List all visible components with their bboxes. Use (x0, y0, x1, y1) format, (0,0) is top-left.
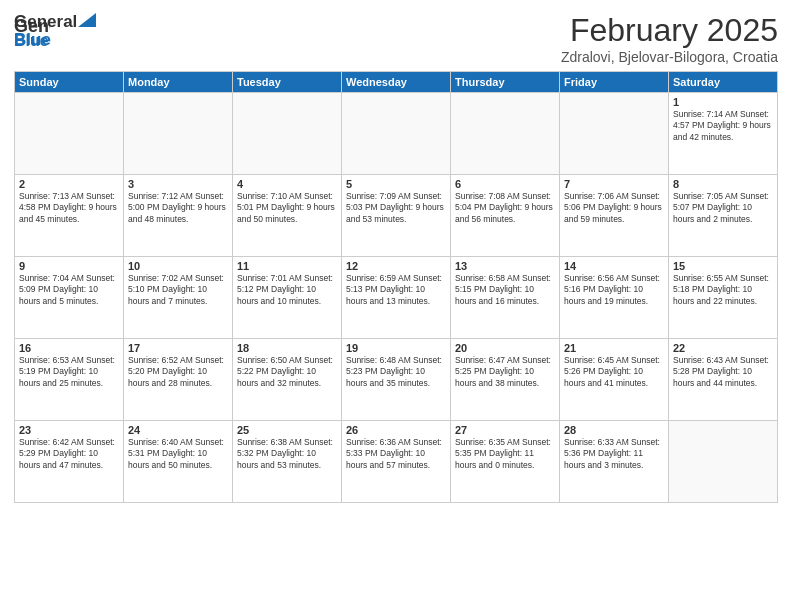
day-number: 23 (19, 424, 119, 436)
day-number: 20 (455, 342, 555, 354)
day-number: 5 (346, 178, 446, 190)
calendar-cell: 21Sunrise: 6:45 AM Sunset: 5:26 PM Dayli… (560, 339, 669, 421)
calendar-cell: 9Sunrise: 7:04 AM Sunset: 5:09 PM Daylig… (15, 257, 124, 339)
day-number: 3 (128, 178, 228, 190)
calendar-cell: 22Sunrise: 6:43 AM Sunset: 5:28 PM Dayli… (669, 339, 778, 421)
calendar-cell: 13Sunrise: 6:58 AM Sunset: 5:15 PM Dayli… (451, 257, 560, 339)
day-info: Sunrise: 7:10 AM Sunset: 5:01 PM Dayligh… (237, 191, 337, 225)
day-info: Sunrise: 6:59 AM Sunset: 5:13 PM Dayligh… (346, 273, 446, 307)
day-number: 1 (673, 96, 773, 108)
calendar-cell: 25Sunrise: 6:38 AM Sunset: 5:32 PM Dayli… (233, 421, 342, 503)
calendar-cell: 5Sunrise: 7:09 AM Sunset: 5:03 PM Daylig… (342, 175, 451, 257)
week-row-2: 9Sunrise: 7:04 AM Sunset: 5:09 PM Daylig… (15, 257, 778, 339)
logo-blue: Blue (14, 30, 51, 50)
calendar-cell: 7Sunrise: 7:06 AM Sunset: 5:06 PM Daylig… (560, 175, 669, 257)
calendar-cell: 3Sunrise: 7:12 AM Sunset: 5:00 PM Daylig… (124, 175, 233, 257)
day-info: Sunrise: 7:01 AM Sunset: 5:12 PM Dayligh… (237, 273, 337, 307)
day-info: Sunrise: 7:14 AM Sunset: 4:57 PM Dayligh… (673, 109, 773, 143)
day-info: Sunrise: 6:33 AM Sunset: 5:36 PM Dayligh… (564, 437, 664, 471)
header: General Blue General Blue (14, 12, 778, 65)
calendar-cell: 19Sunrise: 6:48 AM Sunset: 5:23 PM Dayli… (342, 339, 451, 421)
weekday-header-wednesday: Wednesday (342, 72, 451, 93)
day-info: Sunrise: 7:04 AM Sunset: 5:09 PM Dayligh… (19, 273, 119, 307)
calendar-table: SundayMondayTuesdayWednesdayThursdayFrid… (14, 71, 778, 503)
day-number: 4 (237, 178, 337, 190)
calendar-cell: 12Sunrise: 6:59 AM Sunset: 5:13 PM Dayli… (342, 257, 451, 339)
calendar-cell: 20Sunrise: 6:47 AM Sunset: 5:25 PM Dayli… (451, 339, 560, 421)
day-number: 24 (128, 424, 228, 436)
calendar-cell: 15Sunrise: 6:55 AM Sunset: 5:18 PM Dayli… (669, 257, 778, 339)
calendar-cell: 18Sunrise: 6:50 AM Sunset: 5:22 PM Dayli… (233, 339, 342, 421)
day-info: Sunrise: 6:35 AM Sunset: 5:35 PM Dayligh… (455, 437, 555, 471)
calendar-cell: 28Sunrise: 6:33 AM Sunset: 5:36 PM Dayli… (560, 421, 669, 503)
calendar-cell: 14Sunrise: 6:56 AM Sunset: 5:16 PM Dayli… (560, 257, 669, 339)
day-info: Sunrise: 6:42 AM Sunset: 5:29 PM Dayligh… (19, 437, 119, 471)
weekday-header-monday: Monday (124, 72, 233, 93)
day-number: 18 (237, 342, 337, 354)
day-info: Sunrise: 7:09 AM Sunset: 5:03 PM Dayligh… (346, 191, 446, 225)
weekday-header-thursday: Thursday (451, 72, 560, 93)
day-info: Sunrise: 7:02 AM Sunset: 5:10 PM Dayligh… (128, 273, 228, 307)
day-number: 17 (128, 342, 228, 354)
day-info: Sunrise: 6:47 AM Sunset: 5:25 PM Dayligh… (455, 355, 555, 389)
day-number: 7 (564, 178, 664, 190)
logo-general: General (14, 12, 77, 32)
week-row-1: 2Sunrise: 7:13 AM Sunset: 4:58 PM Daylig… (15, 175, 778, 257)
week-row-4: 23Sunrise: 6:42 AM Sunset: 5:29 PM Dayli… (15, 421, 778, 503)
logo-triangle (78, 13, 96, 27)
month-title: February 2025 (561, 12, 778, 49)
calendar-cell: 17Sunrise: 6:52 AM Sunset: 5:20 PM Dayli… (124, 339, 233, 421)
day-info: Sunrise: 7:06 AM Sunset: 5:06 PM Dayligh… (564, 191, 664, 225)
logo: General Blue General Blue (14, 12, 96, 50)
day-number: 6 (455, 178, 555, 190)
calendar-cell (560, 93, 669, 175)
day-number: 22 (673, 342, 773, 354)
calendar-cell (15, 93, 124, 175)
day-number: 2 (19, 178, 119, 190)
calendar-cell (669, 421, 778, 503)
day-info: Sunrise: 6:40 AM Sunset: 5:31 PM Dayligh… (128, 437, 228, 471)
calendar-cell (342, 93, 451, 175)
calendar-cell (124, 93, 233, 175)
day-info: Sunrise: 6:52 AM Sunset: 5:20 PM Dayligh… (128, 355, 228, 389)
calendar-cell: 1Sunrise: 7:14 AM Sunset: 4:57 PM Daylig… (669, 93, 778, 175)
day-info: Sunrise: 6:43 AM Sunset: 5:28 PM Dayligh… (673, 355, 773, 389)
day-number: 26 (346, 424, 446, 436)
day-number: 16 (19, 342, 119, 354)
day-info: Sunrise: 6:48 AM Sunset: 5:23 PM Dayligh… (346, 355, 446, 389)
location-title: Zdralovi, Bjelovar-Bilogora, Croatia (561, 49, 778, 65)
day-info: Sunrise: 6:38 AM Sunset: 5:32 PM Dayligh… (237, 437, 337, 471)
day-info: Sunrise: 6:55 AM Sunset: 5:18 PM Dayligh… (673, 273, 773, 307)
day-info: Sunrise: 7:05 AM Sunset: 5:07 PM Dayligh… (673, 191, 773, 225)
calendar-cell (233, 93, 342, 175)
weekday-header-sunday: Sunday (15, 72, 124, 93)
calendar-cell: 10Sunrise: 7:02 AM Sunset: 5:10 PM Dayli… (124, 257, 233, 339)
calendar-cell: 27Sunrise: 6:35 AM Sunset: 5:35 PM Dayli… (451, 421, 560, 503)
day-info: Sunrise: 6:45 AM Sunset: 5:26 PM Dayligh… (564, 355, 664, 389)
day-number: 8 (673, 178, 773, 190)
day-info: Sunrise: 6:58 AM Sunset: 5:15 PM Dayligh… (455, 273, 555, 307)
weekday-header-row: SundayMondayTuesdayWednesdayThursdayFrid… (15, 72, 778, 93)
day-info: Sunrise: 7:13 AM Sunset: 4:58 PM Dayligh… (19, 191, 119, 225)
calendar-cell: 11Sunrise: 7:01 AM Sunset: 5:12 PM Dayli… (233, 257, 342, 339)
weekday-header-saturday: Saturday (669, 72, 778, 93)
calendar-cell: 6Sunrise: 7:08 AM Sunset: 5:04 PM Daylig… (451, 175, 560, 257)
weekday-header-tuesday: Tuesday (233, 72, 342, 93)
weekday-header-friday: Friday (560, 72, 669, 93)
day-info: Sunrise: 6:36 AM Sunset: 5:33 PM Dayligh… (346, 437, 446, 471)
week-row-3: 16Sunrise: 6:53 AM Sunset: 5:19 PM Dayli… (15, 339, 778, 421)
svg-marker-3 (78, 13, 96, 27)
day-number: 27 (455, 424, 555, 436)
calendar-cell: 26Sunrise: 6:36 AM Sunset: 5:33 PM Dayli… (342, 421, 451, 503)
calendar-cell: 24Sunrise: 6:40 AM Sunset: 5:31 PM Dayli… (124, 421, 233, 503)
day-number: 10 (128, 260, 228, 272)
day-number: 21 (564, 342, 664, 354)
calendar-cell: 23Sunrise: 6:42 AM Sunset: 5:29 PM Dayli… (15, 421, 124, 503)
page: General Blue General Blue (0, 0, 792, 612)
day-number: 14 (564, 260, 664, 272)
day-info: Sunrise: 6:56 AM Sunset: 5:16 PM Dayligh… (564, 273, 664, 307)
day-number: 13 (455, 260, 555, 272)
day-info: Sunrise: 7:08 AM Sunset: 5:04 PM Dayligh… (455, 191, 555, 225)
day-number: 19 (346, 342, 446, 354)
day-info: Sunrise: 6:50 AM Sunset: 5:22 PM Dayligh… (237, 355, 337, 389)
